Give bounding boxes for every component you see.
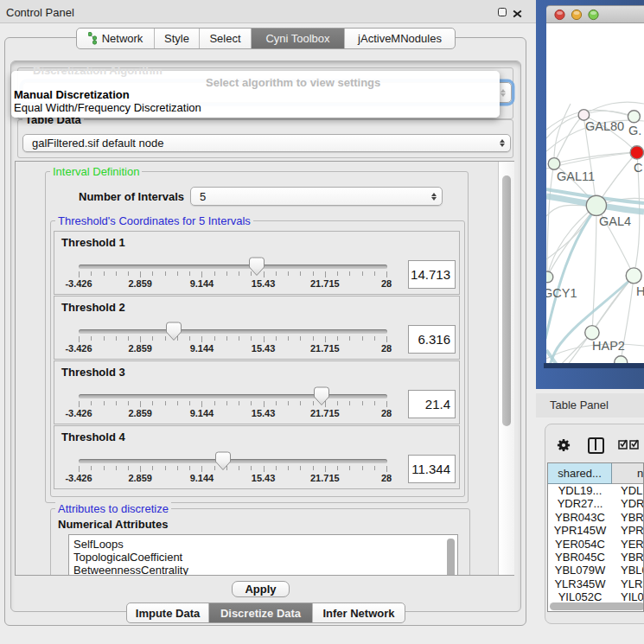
svg-text:H: H (636, 284, 644, 298)
svg-text:GCY1: GCY1 (546, 286, 577, 300)
svg-text:C: C (634, 161, 642, 175)
svg-text:GAL4: GAL4 (599, 214, 631, 228)
svg-text:HAP2: HAP2 (592, 339, 625, 353)
svg-text:G.: G. (628, 124, 641, 137)
svg-text:GAL11: GAL11 (557, 169, 595, 183)
svg-text:GAL80: GAL80 (585, 119, 624, 133)
